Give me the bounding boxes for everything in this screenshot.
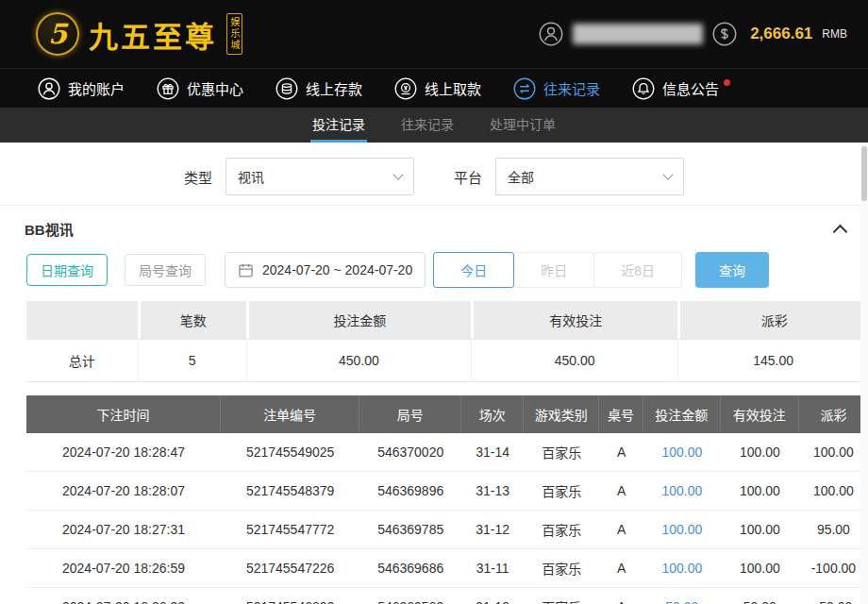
game-type-cell: 百家乐 (524, 549, 599, 588)
bet-amount-link[interactable]: 50.00 (665, 599, 698, 604)
nav-item-label: 往来记录 (543, 78, 600, 98)
table-row: 2024-07-20 18:28:47521745549025546370020… (26, 433, 868, 472)
bet-amount-link[interactable]: 100.00 (661, 445, 702, 460)
scrollbar-thumb[interactable] (861, 146, 867, 201)
column-header-table-no: 桌号 (599, 395, 643, 433)
date-range-input[interactable]: 2024-07-20 ~ 2024-07-20 (225, 252, 426, 288)
table-no-cell: A (599, 511, 643, 549)
total-payout: 145.00 (677, 339, 868, 382)
bet-id-cell: 521745547772 (221, 511, 359, 549)
table-row: 2024-07-20 18:27:31521745547772546369785… (26, 511, 868, 549)
round-query-button[interactable]: 局号查询 (125, 254, 206, 286)
type-label: 类型 (184, 167, 212, 187)
currency-label: RMB (822, 27, 847, 41)
table-no-cell: A (599, 472, 643, 511)
bet-amount-link[interactable]: 100.00 (661, 483, 702, 498)
game-type-cell: 百家乐 (524, 588, 599, 604)
chevron-down-icon (392, 169, 403, 179)
tab-processing-orders[interactable]: 处理中订单 (488, 108, 558, 143)
scrollbar-track[interactable] (860, 143, 868, 604)
collapse-chevron-up-icon[interactable] (833, 224, 848, 239)
bets-header-row: 下注时间注单编号局号场次游戏类别桌号投注金额有效投注派彩 (26, 395, 868, 433)
date-query-button[interactable]: 日期查询 (26, 254, 108, 286)
game-type-cell: 百家乐 (524, 433, 599, 472)
nav-item-promotions[interactable]: 优惠中心 (157, 77, 243, 100)
user-avatar-icon (539, 22, 563, 46)
nav-item-announcements[interactable]: 信息公告 (632, 77, 730, 100)
search-button[interactable]: 查询 (695, 252, 769, 288)
nav-item-label: 信息公告 (662, 78, 719, 98)
type-select[interactable]: 视讯 (225, 158, 414, 195)
bet-time-cell: 2024-07-20 18:28:47 (26, 433, 221, 472)
payout-cell: 100.00 (799, 433, 868, 472)
bet-amount-cell: 100.00 (643, 433, 721, 472)
bets-table: 下注时间注单编号局号场次游戏类别桌号投注金额有效投注派彩 2024-07-20 … (26, 395, 868, 604)
valid-bet-cell: 100.00 (721, 549, 799, 588)
nav-item-deposit[interactable]: 线上存款 (275, 77, 362, 100)
calendar-icon (238, 262, 254, 278)
today-button[interactable]: 今日 (433, 252, 514, 288)
money-icon (712, 22, 737, 46)
notification-dot (724, 79, 730, 86)
tab-transaction-records[interactable]: 往来记录 (399, 108, 456, 143)
filter-row: 类型 视讯 平台 全部 (0, 143, 868, 205)
main-nav: 我的账户 优惠中心 线上存款 线上取款 往来记录 (0, 68, 868, 108)
quick-date-group: 今日 昨日 近8日 (433, 252, 682, 288)
bet-amount-link[interactable]: 100.00 (661, 522, 702, 537)
round-id-cell: 546369686 (359, 549, 461, 588)
date-range-value: 2024-07-20 ~ 2024-07-20 (262, 262, 412, 277)
valid-bet-cell: 100.00 (721, 433, 799, 472)
bet-id-cell: 521745547226 (221, 549, 359, 588)
session-cell: 31-13 (461, 472, 524, 511)
column-header-valid-bet: 有效投注 (721, 395, 799, 433)
payout-cell: 95.00 (799, 511, 868, 549)
summary-col-bet-amount: 投注金额 (246, 301, 471, 339)
last-8-days-button[interactable]: 近8日 (593, 252, 682, 288)
bet-amount-cell: 100.00 (643, 472, 721, 511)
summary-col-valid-bet: 有效投注 (471, 301, 677, 339)
brand-subtitle: 娱乐城 (226, 13, 242, 55)
table-row: 2024-07-20 18:26:59521745547226546369686… (26, 549, 868, 588)
bet-amount-link[interactable]: 100.00 (661, 561, 702, 576)
valid-bet-cell: 50.00 (721, 588, 799, 604)
tab-betting-records[interactable]: 投注记录 (310, 108, 367, 143)
top-header: 5 九五至尊 娱乐城 2,666.61 RMB (0, 0, 868, 68)
game-type-cell: 百家乐 (524, 511, 599, 549)
summary-header-row: 笔数 投注金额 有效投注 派彩 (26, 301, 868, 339)
bet-time-cell: 2024-07-20 18:26:32 (26, 588, 221, 604)
table-no-cell: A (599, 549, 643, 588)
round-id-cell: 546369583 (359, 588, 461, 604)
platform-select[interactable]: 全部 (495, 158, 684, 195)
column-header-game-type: 游戏类别 (524, 395, 599, 433)
brand-logo[interactable]: 5 九五至尊 娱乐城 (36, 12, 242, 56)
table-row: 2024-07-20 18:28:07521745548379546369896… (26, 472, 868, 511)
section-header: BB视讯 (0, 205, 868, 248)
round-id-cell: 546370020 (359, 433, 461, 472)
censored-username (573, 24, 703, 44)
nav-item-my-account[interactable]: 我的账户 (38, 77, 125, 100)
bets-table-body: 2024-07-20 18:28:47521745549025546370020… (26, 433, 868, 604)
summary-total-row: 总计 5 450.00 450.00 145.00 (26, 339, 868, 382)
column-header-payout: 派彩 (799, 395, 868, 433)
nav-item-withdraw[interactable]: 线上取款 (394, 77, 481, 100)
yesterday-button[interactable]: 昨日 (513, 252, 594, 288)
chevron-down-icon (662, 169, 673, 179)
column-header-session: 场次 (461, 395, 524, 433)
total-bet-amount: 450.00 (246, 339, 471, 382)
type-filter-group: 类型 视讯 (184, 158, 414, 195)
platform-filter-group: 平台 全部 (454, 158, 684, 195)
transfer-arrows-icon (513, 77, 536, 100)
game-type-cell: 百家乐 (524, 472, 599, 511)
platform-select-value: 全部 (508, 167, 534, 186)
bet-time-cell: 2024-07-20 18:28:07 (26, 472, 221, 511)
bet-time-cell: 2024-07-20 18:27:31 (26, 511, 221, 549)
session-cell: 31-14 (461, 433, 524, 472)
bet-id-cell: 521745549025 (221, 433, 359, 472)
bet-id-cell: 521745546803 (221, 588, 359, 604)
bell-icon (632, 77, 655, 100)
summary-col-count: 笔数 (138, 301, 246, 339)
user-icon (38, 77, 60, 100)
table-no-cell: A (599, 588, 643, 604)
payout-cell: -100.00 (799, 549, 868, 588)
nav-item-transaction-records[interactable]: 往来记录 (513, 77, 600, 100)
